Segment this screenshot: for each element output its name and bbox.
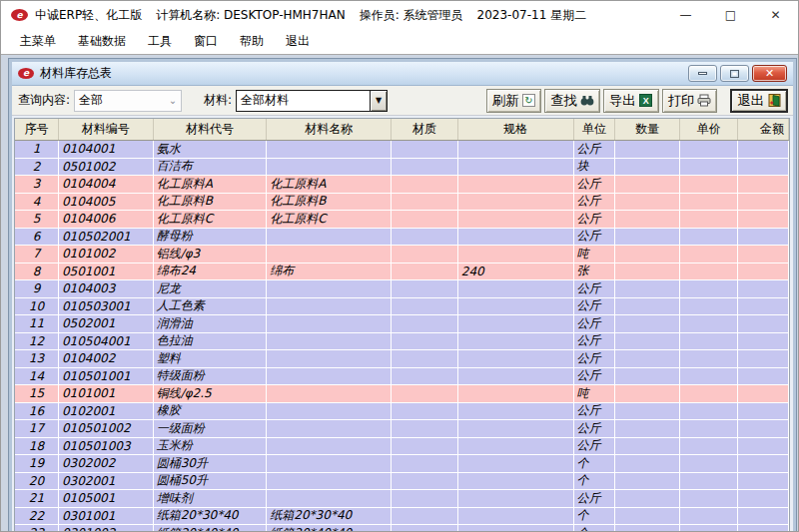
table-row[interactable]: 190302002圆桶30升个 (15, 455, 789, 473)
column-header-alias[interactable]: 材料代号 (154, 119, 268, 140)
table-row[interactable]: 14010501001特级面粉公斤 (15, 368, 789, 386)
table-row[interactable]: 200302001圆桶50升个 (15, 473, 789, 491)
maximize-button[interactable]: □ (708, 1, 753, 29)
table-cell-amount (738, 350, 789, 367)
table-cell-unit: 公斤 (574, 333, 616, 350)
table-cell-name (267, 455, 392, 472)
export-button[interactable]: 导出 X (603, 89, 659, 113)
table-row[interactable]: 230301002纸箱20*40*40纸箱20*40*40个 (15, 525, 789, 531)
query-label: 查询内容: (18, 92, 70, 109)
table-cell-price (680, 176, 738, 193)
exit-button[interactable]: 退出 (730, 89, 788, 113)
titlebar: e 中诚ERP轻、化工版 计算机名称: DESKTOP-HMH7HAN 操作员:… (1, 1, 798, 29)
column-header-material[interactable]: 材质 (392, 119, 458, 140)
table-row[interactable]: 50104006化工原料C化工原料C公斤 (15, 211, 789, 229)
table-cell-amount (738, 141, 789, 158)
table-cell-alias: 特级面粉 (154, 368, 268, 385)
column-header-price[interactable]: 单价 (680, 119, 738, 140)
refresh-button-label: 刷新 (492, 92, 519, 110)
table-cell-amount (738, 280, 789, 297)
table-cell-amount (738, 229, 789, 246)
table-row[interactable]: 130104002塑料公斤 (15, 350, 789, 368)
table-cell-alias: 绵布24 (154, 264, 268, 280)
menu-item-basedata[interactable]: 基础数据 (67, 29, 137, 54)
print-button[interactable]: 打印 (662, 89, 718, 113)
child-restore-button[interactable] (720, 65, 749, 82)
menu-item-window[interactable]: 窗口 (183, 29, 229, 54)
column-header-amount[interactable]: 金额 (738, 119, 789, 140)
menu-item-tools[interactable]: 工具 (137, 29, 183, 54)
table-row[interactable]: 18010501003玉米粉公斤 (15, 438, 789, 456)
table-row[interactable]: 30104004化工原料A化工原料A公斤 (15, 176, 789, 194)
table-cell-name (267, 368, 392, 385)
child-logo-icon: e (18, 68, 34, 79)
menu-item-main[interactable]: 主菜单 (9, 29, 67, 54)
menu-item-exit[interactable]: 退出 (275, 29, 321, 54)
table-cell-unit: 公斤 (574, 438, 616, 455)
table-row[interactable]: 10010503001人工色素公斤 (15, 298, 789, 316)
table-cell-code: 010503001 (59, 298, 154, 315)
minimize-button[interactable]: — (663, 1, 708, 29)
menu-item-help[interactable]: 帮助 (229, 29, 275, 54)
table-cell-spec (458, 246, 574, 263)
table-cell-spec (458, 368, 574, 385)
table-row[interactable]: 12010504001色拉油公斤 (15, 333, 789, 351)
material-select[interactable]: 全部材料 ▼ (236, 90, 388, 112)
child-minimize-button[interactable] (688, 65, 717, 82)
table-cell-no: 4 (15, 194, 59, 211)
refresh-button[interactable]: 刷新 ↻ (486, 89, 542, 113)
table-cell-amount (738, 315, 789, 332)
column-header-spec[interactable]: 规格 (458, 119, 574, 140)
table-row[interactable]: 90104003尼龙公斤 (15, 280, 789, 298)
find-button-label: 查找 (550, 92, 577, 110)
table-cell-material (392, 141, 458, 158)
column-header-name[interactable]: 材料名称 (267, 119, 392, 140)
table-row[interactable]: 160102001橡胶公斤 (15, 403, 789, 421)
query-select[interactable]: 全部 ⌄ (74, 90, 182, 112)
table-row[interactable]: 110502001润滑油公斤 (15, 315, 789, 333)
table-cell-name (267, 246, 392, 263)
table-cell-alias: 化工原料C (154, 211, 268, 228)
column-header-no[interactable]: 序号 (15, 119, 59, 140)
column-header-unit[interactable]: 单位 (574, 119, 616, 140)
table-row[interactable]: 70101002铝线/φ3吨 (15, 246, 789, 264)
table-cell-price (680, 229, 738, 246)
close-button[interactable]: ✕ (753, 1, 798, 29)
table-row[interactable]: 17010501002一级面粉公斤 (15, 420, 789, 438)
table-cell-material (392, 315, 458, 332)
child-close-button[interactable]: ✕ (752, 65, 787, 82)
table-cell-alias: 橡胶 (154, 403, 268, 420)
table-cell-amount (738, 508, 789, 525)
find-button[interactable]: 查找 (544, 89, 600, 113)
table-cell-price (680, 420, 738, 437)
table-cell-no: 12 (15, 333, 59, 350)
table-cell-code: 0502001 (59, 315, 154, 332)
column-header-code[interactable]: 材料编号 (59, 119, 154, 140)
table-row[interactable]: 210105001增味剂公斤 (15, 490, 789, 508)
table-cell-qty (615, 229, 680, 246)
table-cell-price (680, 403, 738, 420)
table-cell-alias: 铜线/φ2.5 (154, 385, 268, 402)
table-cell-spec (458, 141, 574, 158)
table-cell-alias: 铝线/φ3 (154, 246, 268, 263)
restore-icon (730, 70, 739, 78)
table-header-row: 序号 材料编号 材料代号 材料名称 材质 规格 单位 数量 单价 金额 (15, 119, 789, 141)
table-row[interactable]: 220301001纸箱20*30*40纸箱20*30*40个 (15, 508, 789, 526)
table-row[interactable]: 150101001铜线/φ2.5吨 (15, 385, 789, 403)
table-cell-price (680, 315, 738, 332)
table-cell-material (392, 455, 458, 472)
binoculars-icon (580, 94, 594, 108)
table-row[interactable]: 40104005化工原料B化工原料B公斤 (15, 194, 789, 212)
table-row[interactable]: 20501002百洁布块 (15, 159, 789, 177)
table-cell-name (267, 159, 392, 176)
table-cell-price (680, 211, 738, 228)
table-cell-unit: 公斤 (574, 280, 616, 297)
table-row[interactable]: 80501001绵布24绵布240张 (15, 264, 789, 281)
table-cell-code: 0104003 (59, 280, 154, 297)
table-row[interactable]: 10104001氨水公斤 (15, 141, 789, 159)
table-row[interactable]: 6010502001酵母粉公斤 (15, 229, 789, 247)
table-cell-alias: 化工原料A (154, 176, 268, 193)
column-header-qty[interactable]: 数量 (615, 119, 680, 140)
table-cell-code: 0104004 (59, 176, 154, 193)
table-cell-alias: 圆桶50升 (154, 473, 268, 490)
